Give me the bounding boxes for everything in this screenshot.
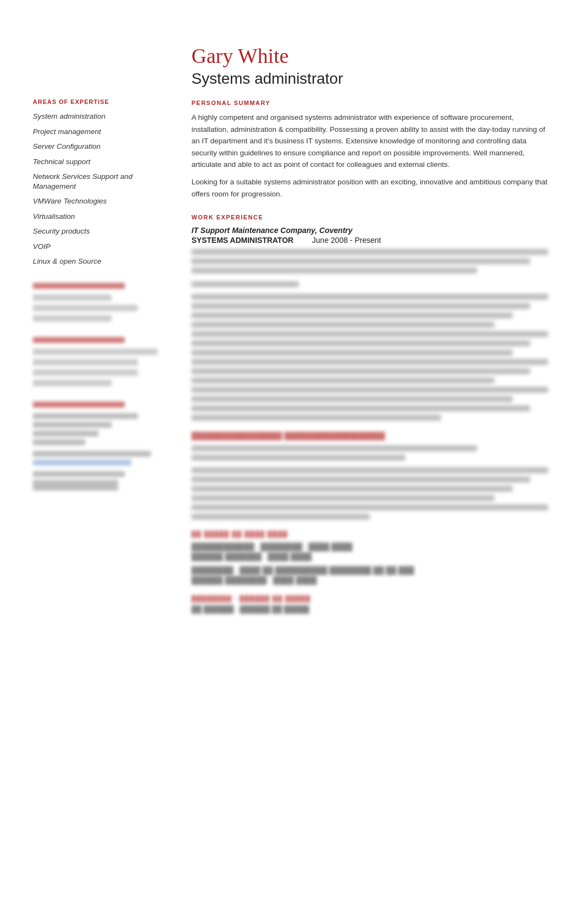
job-date-1: June 2008 - Present xyxy=(312,236,381,245)
expertise-item-3: Server Configuration xyxy=(33,142,164,152)
expertise-item-5: Network Services Support and Management xyxy=(33,172,164,191)
main-content: Gary White Systems administrator PERSONA… xyxy=(181,44,548,875)
blurred-address xyxy=(33,413,164,491)
candidate-name: Gary White xyxy=(191,44,548,68)
expertise-item-1: System administration xyxy=(33,112,164,121)
job-entry-2-header: ██████████████████ ████████████████████ xyxy=(191,432,548,440)
candidate-job-title: Systems administrator xyxy=(191,70,548,88)
expertise-item-2: Project management xyxy=(33,127,164,137)
work-experience-heading: WORK EXPERIENCE xyxy=(191,214,548,220)
education-heading-blurred: ██ █████ ██ ████ ████ xyxy=(191,531,548,537)
expertise-item-6: VMWare Technologies xyxy=(33,196,164,206)
personal-summary-heading: PERSONAL SUMMARY xyxy=(191,100,548,106)
work-experience-section: WORK EXPERIENCE IT Support Maintenance C… xyxy=(191,214,548,613)
expertise-item-9: VOIP xyxy=(33,242,164,252)
education-entry-2: ████████ · ████ ██ ██████████ ████████ █… xyxy=(191,566,548,584)
job-description-1-blurred xyxy=(191,249,548,421)
job-title-dates-1: SYSTEMS ADMINISTRATOR June 2008 - Presen… xyxy=(191,236,548,245)
expertise-item-7: Virtualisation xyxy=(33,212,164,222)
education-entry-1: ████████████ · ████████ · ████ ████ ████… xyxy=(191,543,548,561)
personal-summary-para-2: Looking for a suitable systems administr… xyxy=(191,176,548,200)
sidebar-blurred-section-1 xyxy=(33,283,164,322)
personal-summary-para-1: A highly competent and organised systems… xyxy=(191,112,548,171)
page: AREAS OF EXPERTISE System administration… xyxy=(0,22,581,897)
job-description-2-blurred xyxy=(191,445,548,520)
areas-of-expertise-heading: AREAS OF EXPERTISE xyxy=(33,98,164,105)
sidebar-blurred-section-2 xyxy=(33,337,164,386)
sidebar-blurred-section-3 xyxy=(33,402,164,491)
job-company-1: IT Support Maintenance Company, Coventry xyxy=(191,226,548,235)
expertise-list: System administration Project management… xyxy=(33,112,164,266)
final-section-heading: ████████ · ██████ ██ █████ xyxy=(191,595,548,602)
expertise-item-10: Linux & open Source xyxy=(33,257,164,266)
job-entry-1: IT Support Maintenance Company, Coventry… xyxy=(191,226,548,421)
final-section-content: ██ ██████ · ██████ ██ █████ xyxy=(191,605,548,613)
personal-summary-section: PERSONAL SUMMARY A highly competent and … xyxy=(191,100,548,200)
sidebar: AREAS OF EXPERTISE System administration… xyxy=(33,44,181,875)
expertise-item-8: Security products xyxy=(33,226,164,236)
expertise-item-4: Technical support xyxy=(33,157,164,167)
